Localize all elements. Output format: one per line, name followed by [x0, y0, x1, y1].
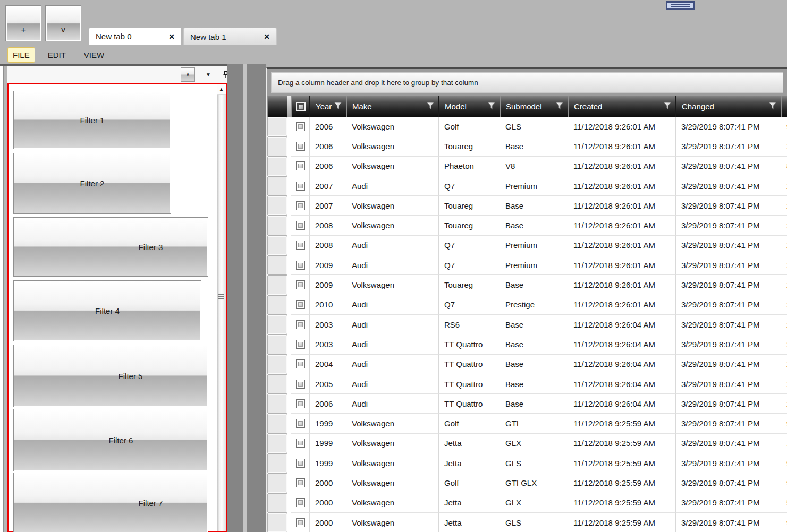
column-header-model[interactable]: Model — [439, 96, 500, 117]
row-checkbox[interactable] — [296, 518, 305, 527]
row-indicator[interactable] — [267, 275, 287, 295]
filter-button-6[interactable]: Filter 6 — [13, 409, 208, 471]
row-checkbox[interactable] — [296, 359, 305, 368]
row-indicator[interactable] — [267, 334, 287, 354]
scrollbar-thumb[interactable] — [217, 95, 226, 531]
column-header-year[interactable]: Year — [310, 96, 346, 117]
panel-menu-dropdown-icon[interactable]: ▼ — [201, 66, 216, 83]
filter-button-2[interactable]: Filter 2 — [13, 153, 171, 214]
row-checkbox-cell[interactable] — [291, 176, 310, 196]
row-checkbox-cell[interactable] — [291, 275, 310, 295]
panel-scrollbar[interactable]: ▲ — [217, 84, 226, 531]
splitter-groove[interactable] — [243, 64, 247, 532]
table-row[interactable]: 2004AudiTT QuattroBase11/12/2018 9:26:04… — [267, 355, 787, 374]
row-checkbox-cell[interactable] — [291, 355, 310, 374]
table-row[interactable]: 2003AudiRS6Base11/12/2018 9:26:04 AM3/29… — [267, 315, 787, 334]
table-row[interactable]: 2006AudiTT QuattroBase11/12/2018 9:26:04… — [267, 394, 787, 414]
filter-button-3[interactable]: Filter 3 — [13, 217, 208, 277]
scrollbar-up-arrow[interactable]: ▲ — [217, 84, 226, 95]
row-checkbox-cell[interactable] — [291, 295, 310, 315]
table-row[interactable]: 2007AudiQ7Premium11/12/2018 9:26:01 AM3/… — [267, 176, 787, 196]
row-checkbox[interactable] — [296, 201, 305, 210]
row-checkbox[interactable] — [296, 280, 305, 289]
table-row[interactable]: 2003AudiTT QuattroBase11/12/2018 9:26:04… — [267, 334, 787, 354]
row-checkbox[interactable] — [296, 142, 305, 151]
table-row[interactable]: 1999VolkswagenJettaGLX11/12/2018 9:25:59… — [267, 434, 787, 453]
row-indicator[interactable] — [267, 136, 287, 156]
row-checkbox-cell[interactable] — [291, 334, 310, 354]
row-checkbox-cell[interactable] — [291, 453, 310, 473]
row-indicator[interactable] — [267, 216, 287, 235]
row-indicator[interactable] — [267, 255, 287, 275]
row-checkbox[interactable] — [296, 498, 305, 507]
row-checkbox-cell[interactable] — [291, 196, 310, 216]
filter-funnel-icon[interactable] — [487, 102, 496, 110]
tab-new-tab-0[interactable]: New tab 0 ✕ — [89, 28, 181, 45]
table-row[interactable]: 2008AudiQ7Premium11/12/2018 9:26:01 AM3/… — [267, 236, 787, 255]
table-row[interactable]: 2006VolkswagenPhaetonV811/12/2018 9:26:0… — [267, 157, 787, 176]
row-checkbox[interactable] — [296, 182, 305, 191]
row-indicator[interactable] — [267, 157, 287, 176]
row-checkbox[interactable] — [296, 261, 305, 270]
row-checkbox-cell[interactable] — [291, 434, 310, 453]
row-indicator[interactable] — [267, 117, 287, 136]
row-checkbox[interactable] — [296, 439, 305, 448]
menu-item-edit[interactable]: EDIT — [43, 47, 71, 63]
row-indicator[interactable] — [267, 513, 287, 532]
column-header-make[interactable]: Make — [346, 96, 439, 117]
row-indicator[interactable] — [267, 453, 287, 473]
select-all-checkbox[interactable] — [296, 102, 306, 111]
close-tab-icon[interactable]: ✕ — [264, 32, 270, 41]
new-tab-button[interactable]: + — [5, 5, 41, 41]
table-row[interactable]: 2000VolkswagenGolfGTI GLX11/12/2018 9:25… — [267, 473, 787, 493]
select-all-header[interactable] — [291, 96, 310, 117]
row-indicator[interactable] — [267, 236, 287, 255]
table-row[interactable]: 2010AudiQ7Prestige11/12/2018 9:26:01 AM3… — [267, 295, 787, 315]
table-row[interactable]: 2009VolkswagenTouaregBase11/12/2018 9:26… — [267, 275, 787, 295]
row-checkbox[interactable] — [296, 399, 305, 408]
row-checkbox-cell[interactable] — [291, 157, 310, 176]
group-by-bar[interactable]: Drag a column header and drop it here to… — [267, 69, 787, 96]
row-checkbox-cell[interactable] — [291, 236, 310, 255]
window-control-icon[interactable] — [666, 1, 695, 10]
row-checkbox[interactable] — [296, 380, 305, 389]
filter-button-4[interactable]: Filter 4 — [13, 280, 201, 341]
table-row[interactable]: 1999VolkswagenGolfGTI11/12/2018 9:25:59 … — [267, 414, 787, 433]
table-row[interactable]: 2006VolkswagenTouaregBase11/12/2018 9:26… — [267, 136, 787, 156]
row-indicator[interactable] — [267, 374, 287, 394]
row-checkbox-cell[interactable] — [291, 493, 310, 513]
column-header-changed[interactable]: Changed — [676, 96, 781, 117]
table-row[interactable]: 2000VolkswagenJettaGLX11/12/2018 9:25:59… — [267, 493, 787, 513]
row-checkbox[interactable] — [296, 320, 305, 329]
menu-item-view[interactable]: VIEW — [79, 47, 109, 63]
row-checkbox[interactable] — [296, 122, 305, 131]
row-checkbox-cell[interactable] — [291, 255, 310, 275]
collapse-panel-button[interactable]: ∧ — [181, 67, 195, 82]
row-indicator[interactable] — [267, 434, 287, 453]
tab-new-tab-1[interactable]: New tab 1 ✕ — [183, 28, 277, 45]
table-row[interactable]: 2000VolkswagenJettaGLS11/12/2018 9:25:59… — [267, 513, 787, 532]
column-header-s[interactable]: S — [781, 96, 787, 117]
splitter[interactable] — [247, 64, 266, 532]
row-checkbox[interactable] — [296, 161, 305, 170]
filter-button-5[interactable]: Filter 5 — [13, 345, 208, 407]
column-header-submodel[interactable]: Submodel — [500, 96, 568, 117]
row-indicator[interactable] — [267, 493, 287, 513]
table-row[interactable]: 2007VolkswagenTouaregBase11/12/2018 9:26… — [267, 196, 787, 216]
row-checkbox[interactable] — [296, 419, 305, 428]
filter-button-1[interactable]: Filter 1 — [13, 91, 171, 149]
row-indicator[interactable] — [267, 315, 287, 334]
row-checkbox-cell[interactable] — [291, 394, 310, 414]
row-checkbox[interactable] — [296, 241, 305, 250]
filter-funnel-icon[interactable] — [426, 102, 435, 110]
row-checkbox[interactable] — [296, 221, 305, 230]
row-indicator[interactable] — [267, 295, 287, 315]
filter-funnel-icon[interactable] — [334, 102, 342, 110]
row-checkbox-cell[interactable] — [291, 374, 310, 394]
row-indicator[interactable] — [267, 394, 287, 414]
row-indicator[interactable] — [267, 355, 287, 374]
tab-list-dropdown-button[interactable]: v — [45, 5, 81, 41]
filter-funnel-icon[interactable] — [555, 102, 564, 110]
menu-item-file[interactable]: FILE — [7, 47, 35, 63]
row-indicator[interactable] — [267, 473, 287, 493]
